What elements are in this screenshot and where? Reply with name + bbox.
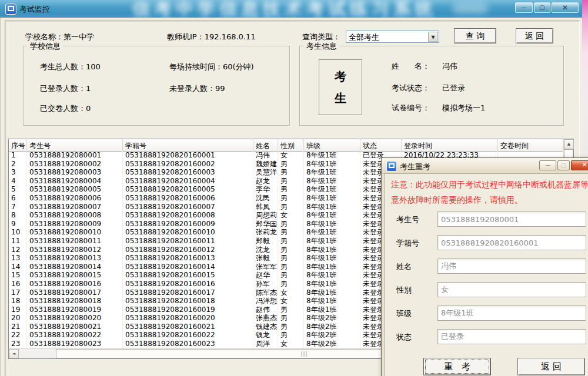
minimize-icon[interactable]: — — [515, 2, 533, 13]
table-cell: 05318881920820160003 — [123, 168, 253, 177]
table-cell: 陈军杰 — [253, 288, 278, 297]
table-cell: 05318881920820160014 — [123, 263, 253, 271]
table-cell: 05318881920820160019 — [123, 306, 253, 314]
table-cell: 05318881920820160015 — [123, 271, 253, 280]
table-cell: 赵华 — [253, 271, 278, 280]
table-cell: 钱建杰 — [253, 323, 278, 331]
table-cell: 男 — [278, 323, 304, 331]
table-cell: 8 — [9, 211, 27, 220]
column-header[interactable]: 性别 — [278, 139, 304, 151]
warning-text: 注意：此功能仅用于考试过程中网络中断或机器蓝屏等 意外故障时所需要的操作，请慎用… — [391, 177, 588, 207]
column-header[interactable]: 状态 — [360, 139, 402, 151]
table-cell: 韩凤 — [253, 203, 278, 212]
candidate-badge: 考生 — [319, 59, 362, 115]
scroll-left-icon[interactable]: ◄ — [9, 349, 19, 358]
column-header[interactable]: 姓名 — [253, 139, 278, 151]
table-cell: 8年级2班 — [304, 314, 360, 323]
table-cell: 05318881920820160017 — [123, 288, 253, 297]
table-cell: 05318881920820160020 — [123, 314, 253, 323]
column-header[interactable]: 班级 — [304, 139, 360, 151]
column-header[interactable]: 登录时间 — [402, 139, 498, 151]
table-cell: 女 — [278, 151, 304, 160]
table-cell: 8年级2班 — [304, 323, 360, 331]
class-field[interactable] — [437, 306, 586, 321]
table-cell: 20 — [9, 314, 27, 323]
table-cell: 0531888192080003 — [27, 168, 123, 177]
back-button[interactable]: 返 回 — [516, 28, 553, 43]
table-cell: 0531888192080022 — [27, 331, 123, 340]
table-cell: 8年级1班 — [304, 254, 360, 263]
table-cell: 张燕杰 — [253, 314, 278, 323]
table-cell: 8年级1班 — [304, 280, 360, 288]
table-cell: 0531888192080002 — [27, 160, 123, 169]
field-label-candidate-id: 考生号 — [396, 214, 419, 225]
table-cell: 18 — [9, 297, 27, 306]
table-cell: 女 — [278, 211, 304, 220]
candidate-id-field[interactable] — [437, 212, 586, 227]
table-cell: 8年级1班 — [304, 220, 360, 229]
student-id-field[interactable] — [437, 235, 586, 250]
table-cell: 19 — [9, 306, 27, 314]
table-cell: 沈龙 — [253, 246, 278, 254]
column-header[interactable]: 交卷时间 — [498, 139, 563, 151]
window-title: 考试监控 — [19, 4, 50, 15]
submitted-count: 已交卷人数：0 — [40, 103, 91, 114]
table-cell: 4 — [9, 177, 27, 186]
table-cell: 05318881920820160006 — [123, 194, 253, 203]
table-cell: 05318881920820160002 — [123, 160, 253, 169]
table-cell: 男 — [278, 194, 304, 203]
query-type-select[interactable]: 全部考生 ▼ — [346, 31, 439, 43]
table-cell: 22 — [9, 331, 27, 340]
dialog-back-button[interactable]: 返 回 — [517, 358, 585, 375]
column-header[interactable]: 考生号 — [27, 139, 123, 151]
scroll-up-icon[interactable]: ▲ — [564, 139, 574, 149]
title-bar: 信考中学信息技术考试练习系统 考试监控 — ▢ ✕ — [0, 0, 582, 18]
paper-number: 试卷编号：模拟考场一1 — [392, 103, 485, 113]
table-cell: 0531888192080019 — [27, 306, 123, 314]
table-cell: 8年级1班 — [304, 203, 360, 212]
table-cell: 周想莉 — [253, 211, 278, 220]
table-cell: 8年级1班 — [304, 160, 360, 169]
table-cell: 5 — [9, 185, 27, 194]
chevron-down-icon[interactable]: ▼ — [428, 32, 438, 42]
table-cell: 张毅 — [253, 254, 278, 263]
close-icon[interactable]: ✕ — [552, 2, 579, 13]
table-cell: 冯伟 — [253, 151, 278, 160]
table-cell: 0531888192080021 — [27, 323, 123, 331]
table-cell: 郑毅 — [253, 237, 278, 246]
student-name: 姓 名：冯伟 — [392, 61, 457, 72]
name-field[interactable] — [437, 258, 586, 274]
column-header[interactable]: 学籍号 — [123, 139, 253, 151]
dialog-title-bar: 考生重考 — ▢ ✕ — [382, 158, 588, 174]
table-cell: 23 — [9, 340, 27, 348]
maximize-icon[interactable]: ▢ — [534, 2, 550, 13]
dialog-maximize-icon[interactable]: ▢ — [557, 160, 570, 170]
table-cell: 男 — [278, 254, 304, 263]
table-cell: 0531888192080020 — [27, 314, 123, 323]
retake-button[interactable]: 重 考 — [423, 358, 491, 375]
field-label-status: 状态 — [396, 332, 412, 343]
table-cell: 0531888192080018 — [27, 297, 123, 306]
dialog-close-icon[interactable]: ✕ — [571, 160, 588, 170]
status-field[interactable] — [437, 329, 586, 344]
query-button[interactable]: 查 询 — [454, 28, 496, 43]
table-cell: 05318881920820160009 — [123, 220, 253, 229]
logged-in-count: 已登录人数：1 — [40, 83, 91, 94]
gender-field[interactable] — [437, 282, 586, 297]
field-label-class: 班级 — [396, 308, 412, 319]
table-cell: 男 — [278, 220, 304, 229]
watermark-blob — [453, 2, 488, 14]
field-label-gender: 性别 — [396, 285, 412, 296]
table-cell: 8年级1班 — [304, 185, 360, 194]
dialog-minimize-icon[interactable]: — — [539, 160, 556, 170]
table-cell: 0531888192080007 — [27, 203, 123, 212]
table-cell: 8年级1班 — [304, 177, 360, 186]
table-cell: 男 — [278, 168, 304, 177]
table-cell: 赵龙 — [253, 177, 278, 186]
table-cell: 0531888192080012 — [27, 246, 123, 254]
table-cell: 孙军 — [253, 280, 278, 288]
table-cell: 男 — [278, 331, 304, 340]
table-cell: 8年级1班 — [304, 246, 360, 254]
table-cell: 9 — [9, 220, 27, 229]
column-header[interactable]: 序号 — [9, 139, 27, 151]
